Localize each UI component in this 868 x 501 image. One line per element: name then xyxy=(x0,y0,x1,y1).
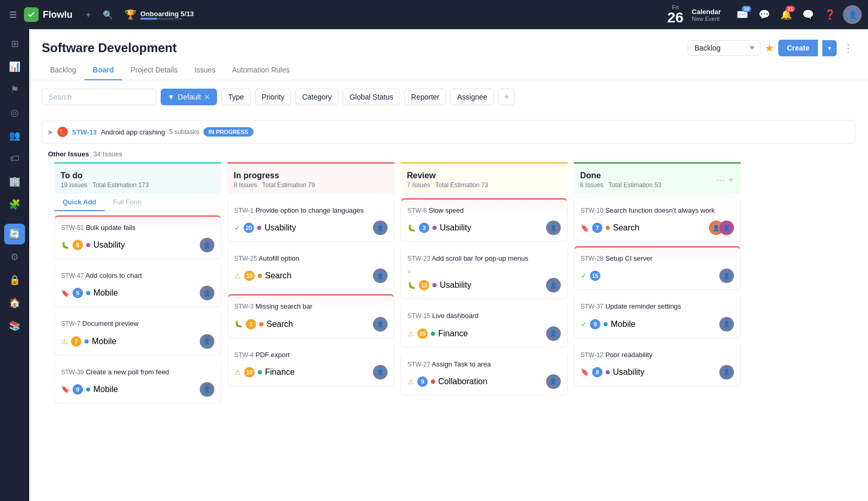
card-stw-15[interactable]: STW-15 Live dashboard ⚠ 25 Finance 👤 xyxy=(401,303,568,347)
card-stw-15-title: STW-15 Live dashboard xyxy=(407,311,561,321)
sidebar-item-people[interactable]: 👥 xyxy=(4,125,25,146)
sidebar-item-puzzle[interactable]: 🧩 xyxy=(4,194,25,215)
tab-board[interactable]: Board xyxy=(85,60,122,80)
col-inprogress-title: In progress xyxy=(234,171,388,180)
card-stw-27[interactable]: STW-27 Assign Task to area ⚠ 9 Collabora… xyxy=(401,352,568,396)
sidebar-item-flag[interactable]: ⚑ xyxy=(4,79,25,100)
create-button[interactable]: Create xyxy=(778,40,818,56)
expanded-task-id[interactable]: STW-13 xyxy=(72,128,97,136)
tag-dot xyxy=(257,226,261,230)
sidebar-item-tag[interactable]: 🏷 xyxy=(4,148,25,169)
type-filter-button[interactable]: Type xyxy=(221,89,250,105)
search-input[interactable] xyxy=(42,89,156,105)
tag-label: Mobile xyxy=(93,288,118,298)
col-done-more-button[interactable]: ⋯ xyxy=(715,174,726,186)
card-stw-51[interactable]: STW-51 Bulk update fails 🐛 8 Usability 👤 xyxy=(54,215,221,259)
card-stw-37[interactable]: STW-37 Update reminder settings ✓ 9 Mobi… xyxy=(574,294,741,338)
card-stw-23[interactable]: STW-23 Add scroll bar for pop-up menus ≡… xyxy=(401,246,568,299)
default-filter-button[interactable]: ▼ Default ✕ xyxy=(161,89,217,105)
card-stw-39[interactable]: STW-39 Create a new poll from feed 🔖 8 M… xyxy=(54,360,221,404)
card-stw-28[interactable]: STW-28 Setup CI server ✓ 15 👤 xyxy=(574,246,741,290)
assignee-avatar: 👤 xyxy=(200,238,214,252)
sidebar-item-chart[interactable]: 📊 xyxy=(4,56,25,77)
sidebar-item-book[interactable]: 📚 xyxy=(4,315,25,336)
tab-project-details[interactable]: Project Details xyxy=(122,60,186,80)
sidebar-item-cog[interactable]: ⚙ xyxy=(4,247,25,267)
notifications-button[interactable]: 🔔 21 xyxy=(777,6,795,23)
tag-dot xyxy=(606,370,610,374)
priority-filter-button[interactable]: Priority xyxy=(255,89,292,105)
tag-label: Usability xyxy=(264,223,296,233)
assignee-avatar: 👤 xyxy=(200,334,214,349)
chat-button[interactable]: 🗨️ xyxy=(799,6,817,23)
mail-button[interactable]: ✉️ 10 xyxy=(733,6,751,23)
hamburger-icon[interactable]: ☰ xyxy=(6,7,20,23)
reporter-filter-button[interactable]: Reporter xyxy=(404,89,446,105)
collapse-chevron[interactable]: ▶ xyxy=(49,128,53,136)
global-status-filter-button[interactable]: Global Status xyxy=(343,89,400,105)
user-avatar[interactable]: 👤 xyxy=(843,5,862,24)
card-stw-39-title: STW-39 Create a new poll from feed xyxy=(61,368,214,377)
column-review: Review 7 Issues Total Estimation 73 STW-… xyxy=(401,162,568,408)
messages-button[interactable]: 💬 xyxy=(755,6,773,23)
main-content: Software Development Backlog ★ Create ▾ … xyxy=(29,29,868,501)
kanban-board: To do 19 Issues Total Estimation 173 Qui… xyxy=(42,162,855,416)
sidebar-item-building[interactable]: 🏢 xyxy=(4,171,25,192)
inprogress-cards: STW-1 Provide option to change languages… xyxy=(227,194,394,390)
bookmark-icon: 🔖 xyxy=(61,289,69,297)
card-stw-10[interactable]: STW-10 Search function doesn't always wo… xyxy=(574,198,741,242)
tab-quick-add[interactable]: Quick Add xyxy=(54,194,105,211)
card-stw-51-footer: 🐛 8 Usability 👤 xyxy=(61,238,214,252)
help-button[interactable]: ❓ xyxy=(821,6,839,23)
check-icon: ✓ xyxy=(581,272,587,280)
card-stw-47[interactable]: STW-47 Add colors to chart 🔖 5 Mobile 👤 xyxy=(54,263,221,307)
remove-default-filter[interactable]: ✕ xyxy=(204,93,210,101)
tab-issues[interactable]: Issues xyxy=(186,60,224,80)
category-filter-button[interactable]: Category xyxy=(295,89,339,105)
sidebar-item-lock[interactable]: 🔒 xyxy=(4,270,25,290)
column-done: Done 6 Issues Total Estimation 53 ⋯ + ST… xyxy=(574,162,741,408)
tab-automation[interactable]: Automation Rules xyxy=(224,60,298,80)
estimate-badge: 20 xyxy=(244,223,254,233)
backlog-select[interactable]: Backlog xyxy=(688,40,761,56)
card-stw-47-title: STW-47 Add colors to chart xyxy=(61,271,214,280)
tag-label: Finance xyxy=(438,329,468,338)
favorite-button[interactable]: ★ xyxy=(765,42,774,54)
card-stw-1[interactable]: STW-1 Provide option to change languages… xyxy=(227,198,394,242)
sidebar-item-grid[interactable]: ⊞ xyxy=(4,33,25,54)
assignee-avatar: 👤 xyxy=(200,382,214,397)
card-stw-3[interactable]: STW-3 Missing search bar 🐛 3 Search 👤 xyxy=(227,294,394,338)
onboarding-widget[interactable]: 🏆 Onboarding 5/13 xyxy=(125,9,194,20)
search-icon[interactable]: 🔍 xyxy=(100,7,116,23)
card-stw-8[interactable]: STW-8 Slow speed 🐛 3 Usability 👤 xyxy=(401,198,568,242)
bug-icon: 🐛 xyxy=(61,241,69,249)
sidebar-item-home[interactable]: 🏠 xyxy=(4,292,25,313)
sidebar-item-active[interactable]: 🔄 xyxy=(4,224,25,245)
tag-dot xyxy=(431,332,435,336)
calendar-widget[interactable]: Calendar New Event xyxy=(692,8,721,22)
more-options-button[interactable]: ⋮ xyxy=(841,40,855,56)
tag-dot xyxy=(432,226,437,230)
assignee-avatar: 👤 xyxy=(200,286,214,300)
card-stw-47-footer: 🔖 5 Mobile 👤 xyxy=(61,286,214,300)
create-dropdown-button[interactable]: ▾ xyxy=(822,40,837,56)
card-stw-25[interactable]: STW-25 Autofill option ⚠ 18 Search 👤 xyxy=(227,246,394,290)
assignee-filter-button[interactable]: Assignee xyxy=(450,89,494,105)
card-stw-7[interactable]: STW-7 Document preview ⚠ 7 Mobile 👤 xyxy=(54,311,221,355)
tab-backlog[interactable]: Backlog xyxy=(42,60,85,80)
tag-dot xyxy=(606,226,610,230)
card-stw-37-title: STW-37 Update reminder settings xyxy=(581,302,734,311)
avatar-2: 👤 xyxy=(719,221,734,235)
card-stw-4[interactable]: STW-4 PDF export ⚠ 10 Finance 👤 xyxy=(227,343,394,386)
card-stw-12[interactable]: STW-12 Poor readability 🔖 8 Usability 👤 xyxy=(574,343,741,386)
tag-label: Usability xyxy=(440,223,471,233)
col-done-add-button[interactable]: + xyxy=(728,174,734,186)
add-filter-button[interactable]: + xyxy=(498,89,515,105)
add-icon[interactable]: ＋ xyxy=(81,6,95,23)
col-todo-meta: 19 Issues Total Estimation 173 xyxy=(61,181,215,189)
logo-icon xyxy=(24,7,39,22)
warning-icon: ⚠ xyxy=(234,272,241,280)
board-area: ▶ 🐛 STW-13 Android app crashing 5 subtas… xyxy=(29,114,868,501)
tab-full-form[interactable]: Full Form xyxy=(105,194,150,211)
sidebar-item-circle[interactable]: ◎ xyxy=(4,102,25,123)
